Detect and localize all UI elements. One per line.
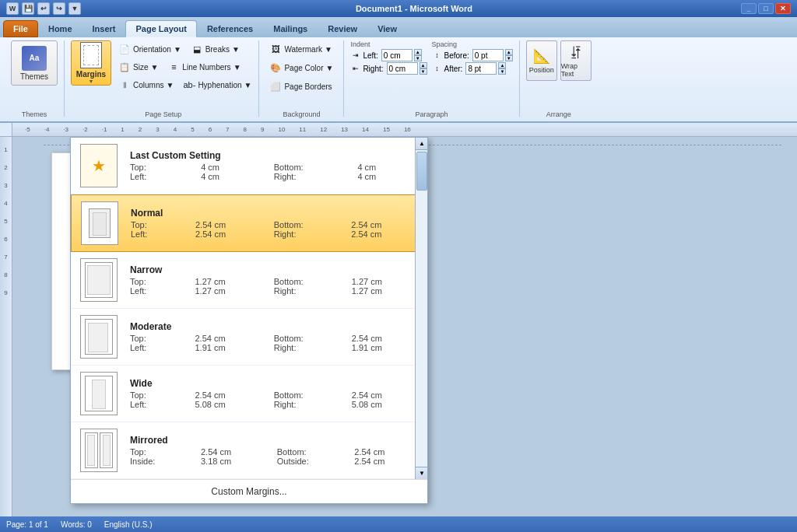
title-bar-icons: W 💾 ↩ ↪ ▼ xyxy=(6,2,81,15)
scrollbar-down-arrow[interactable]: ▼ xyxy=(416,467,427,479)
line-numbers-label: Line Numbers xyxy=(182,63,230,72)
indent-left-up[interactable]: ▲ xyxy=(414,49,422,55)
spacing-after-spinner[interactable]: ▲ ▼ xyxy=(498,62,506,75)
margin-option-last-custom[interactable]: ★ Last Custom Setting Top: 4 cm Bottom: … xyxy=(71,138,427,194)
margin-name-wide: Wide xyxy=(130,378,418,389)
spacing-before-input[interactable]: 0 pt xyxy=(472,49,504,61)
margins-button[interactable]: Margins ▼ xyxy=(71,40,111,86)
margin-details-moderate: Top: 2.54 cm Bottom: 2.54 cm Left: 1.91 … xyxy=(130,334,418,352)
tab-file[interactable]: File xyxy=(3,20,38,37)
tab-mailings[interactable]: Mailings xyxy=(263,20,318,37)
orientation-icon: 📄 xyxy=(118,43,131,55)
spacing-after-down[interactable]: ▼ xyxy=(498,68,506,75)
custom-margins-button[interactable]: Custom Margins... xyxy=(71,479,427,503)
breaks-button[interactable]: ⬓ Breaks ▼ xyxy=(187,40,244,58)
margin-option-mirrored[interactable]: Mirrored Top: 2.54 cm Bottom: 2.54 cm In… xyxy=(71,422,427,479)
scrollbar-thumb[interactable] xyxy=(416,152,427,191)
normal-right-label: Right: xyxy=(274,229,339,239)
margin-thumb-last-custom: ★ xyxy=(80,144,118,187)
margins-dropdown-scroll[interactable]: ★ Last Custom Setting Top: 4 cm Bottom: … xyxy=(71,138,427,479)
arrange-group: 📐 Position ⭿ Wrap Text Arrange xyxy=(520,40,598,117)
tab-home[interactable]: Home xyxy=(38,20,83,37)
tab-page-layout[interactable]: Page Layout xyxy=(125,20,196,37)
indent-right-spinner[interactable]: ▲ ▼ xyxy=(420,62,427,75)
columns-button[interactable]: ⫴ Columns ▼ xyxy=(114,76,177,93)
indent-right-input[interactable]: 0 cm xyxy=(387,62,418,75)
margin-option-normal[interactable]: Normal Top: 2.54 cm Bottom: 2.54 cm Left… xyxy=(71,194,427,252)
margin-option-narrow[interactable]: Narrow Top: 1.27 cm Bottom: 1.27 cm Left… xyxy=(71,252,427,309)
tab-view[interactable]: View xyxy=(367,20,407,37)
themes-group-label: Themes xyxy=(22,110,47,118)
spacing-before-down[interactable]: ▼ xyxy=(505,55,513,61)
tab-review[interactable]: Review xyxy=(318,20,367,37)
redo-icon[interactable]: ↪ xyxy=(53,2,65,15)
save-icon[interactable]: 💾 xyxy=(22,2,34,15)
narrow-left-label: Left: xyxy=(130,286,183,296)
margins-dropdown-arrow: ▼ xyxy=(89,79,94,84)
size-icon: 📋 xyxy=(118,61,131,73)
margin-thumb-mirrored xyxy=(80,429,118,472)
margin-thumb-wide xyxy=(80,372,118,415)
indent-right-down[interactable]: ▼ xyxy=(420,68,427,75)
position-button[interactable]: 📐 Position xyxy=(526,40,557,81)
themes-button[interactable]: Aa Themes xyxy=(11,40,58,86)
spacing-before-row: ↕ Before: 0 pt ▲ ▼ xyxy=(432,49,513,61)
page-setup-group-label: Page Setup xyxy=(145,110,181,118)
page-color-button[interactable]: 🎨 Page Color ▼ xyxy=(265,59,337,76)
margin-option-moderate[interactable]: Moderate Top: 2.54 cm Bottom: 2.54 cm Le… xyxy=(71,309,427,366)
hyphenation-icon: ab- xyxy=(183,79,195,91)
breaks-label: Breaks xyxy=(205,45,230,54)
page-color-label: Page Color xyxy=(284,64,323,72)
wide-right-label: Right: xyxy=(274,400,339,409)
mirrored-top-label: Top: xyxy=(130,447,188,457)
themes-icon: Aa xyxy=(22,46,47,71)
watermark-label: Watermark xyxy=(284,45,322,54)
last-top-value: 4 cm xyxy=(201,163,262,172)
mirrored-bottom-value: 2.54 cm xyxy=(354,447,418,457)
indent-left-label: Left: xyxy=(363,51,377,60)
tab-references[interactable]: References xyxy=(197,20,263,37)
close-button[interactable]: ✕ xyxy=(775,3,791,14)
wrap-text-label: Wrap Text xyxy=(561,62,591,78)
hyphenation-button[interactable]: ab- Hyphenation ▼ xyxy=(179,76,255,93)
arrange-buttons: 📐 Position ⭿ Wrap Text xyxy=(526,40,592,92)
breaks-icon: ⬓ xyxy=(191,43,203,55)
dropdown-scrollbar[interactable]: ▲ ▼ xyxy=(415,138,427,479)
indent-left-down[interactable]: ▼ xyxy=(414,55,422,61)
page-borders-button[interactable]: ⬜ Page Borders xyxy=(265,78,337,95)
margin-option-wide[interactable]: Wide Top: 2.54 cm Bottom: 2.54 cm Left: … xyxy=(71,366,427,422)
ruler-marks: ·5 ·4 ·3 ·2 ·1 1 2 3 4 5 6 7 8 9 10 11 1… xyxy=(25,126,411,133)
last-left-label: Left: xyxy=(130,172,188,181)
spacing-before-up[interactable]: ▲ xyxy=(505,49,513,55)
last-bottom-value: 4 cm xyxy=(357,163,418,172)
tab-insert[interactable]: Insert xyxy=(83,20,126,37)
undo-icon[interactable]: ↩ xyxy=(37,2,50,15)
line-numbers-button[interactable]: ≡ Line Numbers ▼ xyxy=(163,58,244,75)
watermark-button[interactable]: 🖼 Watermark ▼ xyxy=(265,40,337,58)
spacing-after-input[interactable]: 8 pt xyxy=(465,62,497,75)
indent-left-spinner[interactable]: ▲ ▼ xyxy=(414,49,422,61)
background-group: 🖼 Watermark ▼ 🎨 Page Color ▼ ⬜ Page Bord… xyxy=(259,40,344,117)
normal-bottom-label: Bottom: xyxy=(274,220,339,229)
indent-left-input[interactable]: 0 cm xyxy=(381,49,413,61)
app-window: W 💾 ↩ ↪ ▼ Document1 - Microsoft Word _ □… xyxy=(0,0,797,532)
size-button[interactable]: 📋 Size ▼ xyxy=(114,58,162,75)
mirrored-bottom-label: Bottom: xyxy=(277,447,342,457)
maximize-button[interactable]: □ xyxy=(758,3,774,14)
window-controls: _ □ ✕ xyxy=(741,3,791,14)
margin-details-wide: Top: 2.54 cm Bottom: 2.54 cm Left: 5.08 … xyxy=(130,390,418,409)
spacing-before-spinner[interactable]: ▲ ▼ xyxy=(505,49,513,61)
indent-left-row: ⇥ Left: 0 cm ▲ ▼ xyxy=(350,49,427,61)
normal-top-value: 2.54 cm xyxy=(195,220,262,229)
wrap-text-button[interactable]: ⭿ Wrap Text xyxy=(560,40,592,81)
mirrored-left-value: 3.18 cm xyxy=(201,457,265,466)
scrollbar-up-arrow[interactable]: ▲ xyxy=(416,138,427,150)
margin-details-mirrored: Top: 2.54 cm Bottom: 2.54 cm Inside: 3.1… xyxy=(130,447,418,466)
margin-details-last-custom: Top: 4 cm Bottom: 4 cm Left: 4 cm Right:… xyxy=(130,163,418,181)
spacing-after-up[interactable]: ▲ xyxy=(498,62,506,68)
indent-right-up[interactable]: ▲ xyxy=(420,62,427,68)
quick-access-more[interactable]: ▼ xyxy=(68,2,81,15)
orientation-button[interactable]: 📄 Orientation ▼ xyxy=(114,40,185,58)
minimize-button[interactable]: _ xyxy=(741,3,757,14)
orientation-arrow: ▼ xyxy=(174,45,181,54)
